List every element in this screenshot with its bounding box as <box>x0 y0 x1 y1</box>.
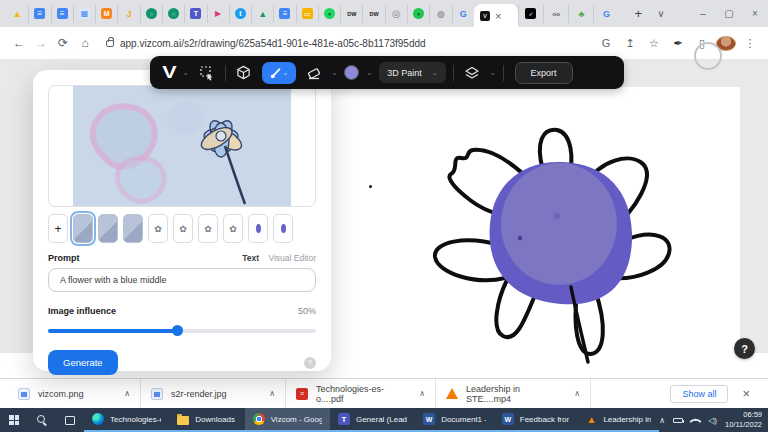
pinned-tab-teams[interactable]: T <box>184 5 206 23</box>
pinned-tab-spotify[interactable]: ● <box>407 5 429 23</box>
wifi-icon[interactable] <box>689 415 702 428</box>
tray-chevron-icon[interactable]: ∧ <box>659 416 665 425</box>
pinned-tab-dw[interactable]: DW <box>340 5 362 23</box>
help-button[interactable]: ? <box>734 338 755 359</box>
render-thumbnail-selected[interactable] <box>73 214 93 243</box>
pinned-tab-classroom[interactable]: ○ <box>162 5 184 23</box>
pinned-tab-docs[interactable]: ≡ <box>28 5 50 23</box>
select-tool[interactable] <box>196 62 218 84</box>
taskbar-app-word[interactable]: W Document1 - ... <box>415 408 494 432</box>
vizcom-account-avatar[interactable] <box>694 42 722 70</box>
pinned-tab-classroom[interactable]: ○ <box>140 5 162 23</box>
sketch-thumbnail[interactable]: ✿ <box>173 214 193 243</box>
taskbar-app-vlc[interactable]: ▲ Leadership in S... <box>577 408 659 432</box>
prompt-input[interactable]: A flower with a blue middle <box>48 268 316 292</box>
pinned-tab-drive[interactable]: ▲ <box>6 5 28 23</box>
chevron-down-icon[interactable]: ⌄ <box>283 69 289 77</box>
pinned-tab-docs[interactable]: ≡ <box>273 5 295 23</box>
pinned-tab-slides[interactable]: ▭ <box>296 5 318 23</box>
brush-tool[interactable]: ⌄ <box>262 62 296 84</box>
chevron-up-icon[interactable]: ∧ <box>124 389 130 398</box>
new-tab-button[interactable]: + <box>629 6 648 21</box>
show-all-downloads-button[interactable]: Show all <box>670 385 728 403</box>
download-item[interactable]: Leadership in STE....mp4 ∧ <box>436 379 591 408</box>
slider-knob[interactable] <box>172 325 183 336</box>
lock-icon[interactable] <box>106 40 114 47</box>
download-item[interactable]: vizcom.png ∧ <box>8 379 141 408</box>
add-reference-button[interactable]: + <box>48 214 68 243</box>
pinned-tab-metamask[interactable]: M <box>95 5 117 23</box>
chevron-down-icon[interactable]: ⌄ <box>366 69 372 77</box>
chevron-up-icon[interactable]: ∧ <box>269 389 275 398</box>
render-thumbnail[interactable] <box>98 214 118 243</box>
refresh-icon[interactable]: ⟳ <box>52 36 74 50</box>
taskbar-app-downloads[interactable]: Downloads <box>169 408 244 432</box>
taskbar-app-teams[interactable]: T General (Leader... <box>330 408 415 432</box>
address-bar[interactable]: app.vizcom.ai/s2r/drawing/625a54d1-901e-… <box>120 38 426 49</box>
layers-tool[interactable] <box>461 62 483 84</box>
pinned-tab-photos[interactable]: ▦ <box>73 5 95 23</box>
pinned-tab-play[interactable]: ▶ <box>207 5 229 23</box>
tab-visual-editor[interactable]: Visual Editor <box>268 253 316 263</box>
kebab-menu-icon[interactable]: ⋮ <box>740 37 760 50</box>
close-window-button[interactable]: × <box>742 8 768 19</box>
tab-leaf[interactable]: ♣ <box>568 5 593 23</box>
forward-icon[interactable]: → <box>30 36 52 50</box>
taskbar-search-button[interactable] <box>28 408 56 432</box>
pinned-tab-hand[interactable]: J <box>117 5 139 23</box>
bookmark-star-icon[interactable]: ☆ <box>644 37 664 50</box>
flower-drawing[interactable] <box>385 90 725 375</box>
chevron-up-icon[interactable]: ∧ <box>419 389 425 398</box>
render-preview[interactable] <box>48 85 316 207</box>
maximize-button[interactable]: ▢ <box>716 8 742 19</box>
home-icon[interactable]: ⌂ <box>74 36 96 50</box>
sketch-thumbnail[interactable]: ✿ <box>223 214 243 243</box>
chevron-down-icon[interactable]: ⌄ <box>183 69 189 77</box>
pinned-tab-spotify[interactable]: ● <box>318 5 340 23</box>
paint-thumbnail[interactable] <box>248 214 268 243</box>
tab-vizcom-home[interactable]: ✓ <box>518 5 543 23</box>
pinned-tab-docs[interactable]: ≡ <box>51 5 73 23</box>
volume-icon[interactable]: ◁) <box>708 416 717 425</box>
generate-button[interactable]: Generate <box>48 350 118 375</box>
active-tab-vizcom[interactable]: v × <box>474 4 518 27</box>
influence-slider[interactable] <box>48 325 316 336</box>
extension-pin-icon[interactable]: ✒ <box>668 37 688 50</box>
tab-search-chevron-icon[interactable]: ∨ <box>648 8 674 19</box>
render-mode-dropdown[interactable]: 3D Paint ⌄ <box>379 62 445 83</box>
info-icon[interactable]: ? <box>304 357 316 369</box>
tab-text[interactable]: Text <box>242 253 259 263</box>
sketch-thumbnail[interactable]: ✿ <box>148 214 168 243</box>
close-shelf-icon[interactable]: × <box>742 386 750 401</box>
eraser-tool[interactable] <box>303 62 325 84</box>
share-icon[interactable]: ↥ <box>620 37 640 50</box>
tab-google[interactable]: G <box>593 5 618 23</box>
render-thumbnail[interactable] <box>123 214 143 243</box>
download-item[interactable]: s2r-render.jpg ∧ <box>141 379 286 408</box>
chevron-up-icon[interactable]: ∧ <box>574 389 580 398</box>
taskbar-app-chrome[interactable]: Vizcom - Goog... <box>245 408 330 432</box>
tab-close-icon[interactable]: × <box>495 10 501 22</box>
task-view-button[interactable] <box>56 408 84 432</box>
pinned-tab-google[interactable]: G <box>452 5 474 23</box>
chevron-down-icon[interactable]: ⌄ <box>332 69 338 77</box>
start-button[interactable] <box>0 408 28 432</box>
back-icon[interactable]: ← <box>8 36 30 50</box>
taskbar-clock[interactable]: 06:59 10/11/2022 <box>725 410 762 430</box>
paint-thumbnail[interactable] <box>273 214 293 243</box>
taskbar-app-edge[interactable]: Technologies-e... <box>84 408 169 432</box>
chevron-down-icon[interactable]: ⌄ <box>490 69 496 77</box>
download-item[interactable]: ≡ Technologies-es-o....pdf ∧ <box>286 379 436 408</box>
color-swatch[interactable] <box>344 65 359 80</box>
sketch-thumbnail[interactable]: ✿ <box>198 214 218 243</box>
cube-3d-tool[interactable] <box>233 62 255 84</box>
export-button[interactable]: Export <box>515 62 573 84</box>
tab-eyes[interactable]: oo <box>543 5 568 23</box>
battery-icon[interactable] <box>673 418 683 423</box>
minimize-button[interactable]: – <box>690 8 716 19</box>
google-service-icon[interactable]: G <box>596 37 616 49</box>
pinned-tab-dw[interactable]: DW <box>362 5 384 23</box>
pinned-tab-twitter[interactable]: t <box>229 5 251 23</box>
pinned-tab-globe[interactable]: ◍ <box>429 5 451 23</box>
vizcom-logo[interactable]: V <box>162 64 175 82</box>
